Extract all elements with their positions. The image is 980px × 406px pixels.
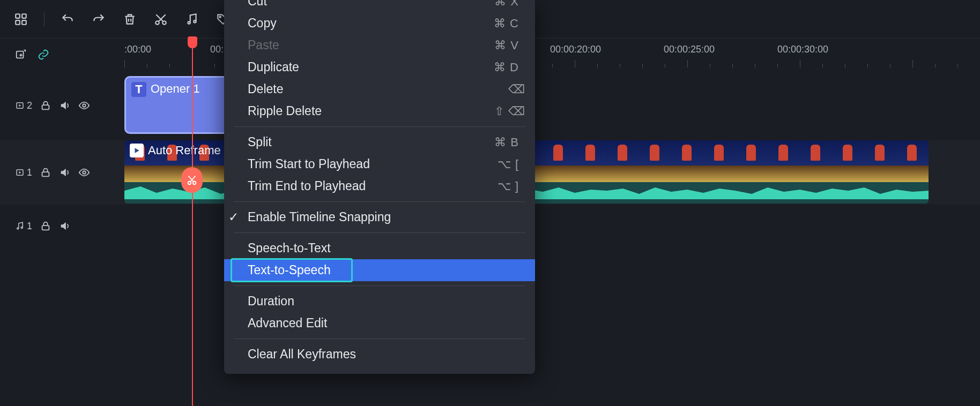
ruler-timestamp: :00:00: [124, 44, 151, 55]
menu-item-copy[interactable]: Copy⌘ C: [224, 12, 535, 34]
mute-icon[interactable]: [59, 100, 71, 111]
track-type-icon: 1: [15, 167, 32, 178]
trash-icon[interactable]: [122, 11, 138, 27]
context-menu: Cut⌘ XCopy⌘ CPaste⌘ VDuplicate⌘ DDelete⌫…: [224, 0, 535, 374]
menu-shortcut: ⌘ D: [494, 61, 519, 74]
svg-point-4: [155, 21, 159, 25]
redo-icon[interactable]: [91, 11, 107, 27]
menu-item-paste: Paste⌘ V: [224, 34, 535, 56]
track-index: 2: [27, 100, 32, 111]
menu-item-label: Ripple Delete: [248, 104, 322, 118]
playhead-handle-icon[interactable]: [188, 36, 197, 48]
svg-point-22: [21, 227, 23, 229]
menu-item-label: Split: [248, 135, 272, 149]
menu-item-trim-end-to-playhead[interactable]: Trim End to Playhead⌥ ]: [224, 175, 535, 197]
add-media-icon[interactable]: [15, 49, 27, 61]
svg-rect-0: [16, 14, 20, 18]
menu-shortcut: ⌫: [508, 82, 519, 96]
menu-item-label: Delete: [248, 82, 283, 96]
menu-item-enable-timeline-snapping[interactable]: ✓Enable Timeline Snapping: [224, 206, 535, 228]
play-icon: [130, 144, 144, 157]
lock-icon[interactable]: [40, 220, 51, 232]
svg-point-8: [219, 16, 221, 18]
svg-point-15: [83, 104, 86, 107]
menu-item-delete[interactable]: Delete⌫: [224, 78, 535, 100]
menu-item-label: Enable Timeline Snapping: [248, 210, 391, 224]
menu-shortcut: ⌥ [: [498, 157, 519, 171]
menu-item-ripple-delete[interactable]: Ripple Delete⇧ ⌫: [224, 100, 535, 122]
visibility-icon[interactable]: [78, 167, 90, 178]
menu-separator: [234, 339, 525, 339]
svg-point-11: [193, 182, 196, 185]
menu-item-label: Trim End to Playhead: [248, 179, 366, 193]
svg-rect-3: [22, 20, 26, 25]
video-clip-label-row: Auto Reframe: [130, 144, 221, 157]
menu-shortcut: ⇧ ⌫: [494, 104, 519, 118]
svg-rect-1: [22, 14, 26, 18]
lock-icon[interactable]: [40, 167, 51, 178]
menu-item-speech-to-text[interactable]: Speech-to-Text: [224, 237, 535, 259]
ruler-timestamp: 00:00:20:00: [550, 44, 601, 55]
menu-item-label: Clear All Keyframes: [248, 347, 356, 362]
menu-item-label: Copy: [248, 16, 277, 31]
audio-note-icon[interactable]: [184, 11, 200, 27]
svg-point-7: [194, 20, 196, 22]
playhead[interactable]: [192, 39, 193, 406]
menu-item-label: Duration: [248, 294, 294, 309]
undo-icon[interactable]: [60, 11, 76, 27]
visibility-icon[interactable]: [78, 100, 90, 111]
track-type-icon: 2: [15, 100, 32, 111]
svg-marker-20: [135, 148, 139, 153]
menu-item-advanced-edit[interactable]: Advanced Edit: [224, 312, 535, 334]
svg-point-21: [17, 228, 19, 229]
track-index: 1: [27, 167, 32, 178]
check-icon: ✓: [228, 210, 239, 224]
cut-icon[interactable]: [153, 11, 169, 27]
menu-item-trim-start-to-playhead[interactable]: Trim Start to Playhead⌥ [: [224, 153, 535, 175]
mute-icon[interactable]: [59, 220, 71, 232]
menu-item-label: Trim Start to Playhead: [248, 157, 370, 171]
menu-item-clear-all-keyframes[interactable]: Clear All Keyframes: [224, 343, 535, 365]
menu-separator: [234, 126, 525, 127]
svg-rect-18: [42, 172, 49, 176]
ruler-timestamp: 00:00:30:00: [777, 44, 828, 55]
menu-item-duplicate[interactable]: Duplicate⌘ D: [224, 56, 535, 78]
ruler-timestamp: 00:00:25:00: [664, 44, 715, 55]
menu-item-label: Advanced Edit: [248, 316, 327, 330]
menu-separator: [234, 201, 525, 202]
text-clip-icon: T: [131, 82, 146, 97]
svg-marker-13: [19, 104, 21, 107]
timeline-header-gutter: [0, 49, 124, 61]
grid-icon[interactable]: [13, 11, 29, 27]
menu-shortcut: ⌥ ]: [498, 179, 519, 193]
menu-item-duration[interactable]: Duration: [224, 290, 535, 312]
lock-icon[interactable]: [40, 100, 51, 111]
playhead-cut-icon[interactable]: [181, 167, 203, 193]
menu-item-split[interactable]: Split⌘ B: [224, 131, 535, 153]
svg-rect-14: [42, 105, 49, 109]
mute-icon[interactable]: [59, 167, 71, 178]
ruler-timestamp: 00:: [210, 44, 224, 55]
menu-separator: [234, 285, 525, 286]
svg-point-6: [188, 21, 190, 24]
video-clip-label: Auto Reframe: [148, 144, 221, 157]
menu-item-cut[interactable]: Cut⌘ X: [224, 0, 535, 12]
svg-rect-23: [42, 225, 49, 230]
menu-item-text-to-speech[interactable]: Text-to-Speech: [224, 259, 535, 281]
menu-item-label: Text-to-Speech: [248, 263, 331, 277]
track-video-controls: 1: [0, 140, 124, 205]
menu-shortcut: ⌘ B: [494, 136, 519, 149]
menu-item-label: Duplicate: [248, 60, 299, 74]
link-icon[interactable]: [38, 49, 49, 61]
track-text-controls: 2: [0, 71, 124, 140]
menu-shortcut: ⌘ X: [494, 0, 519, 9]
menu-shortcut: ⌘ V: [494, 39, 519, 52]
menu-shortcut: ⌘ C: [494, 17, 519, 31]
track-index: 1: [27, 221, 32, 232]
svg-marker-17: [19, 171, 21, 174]
toolbar-separator: [44, 12, 44, 27]
menu-item-label: Speech-to-Text: [248, 241, 331, 255]
svg-point-19: [83, 171, 86, 174]
svg-point-10: [188, 182, 191, 185]
svg-point-5: [162, 21, 166, 25]
